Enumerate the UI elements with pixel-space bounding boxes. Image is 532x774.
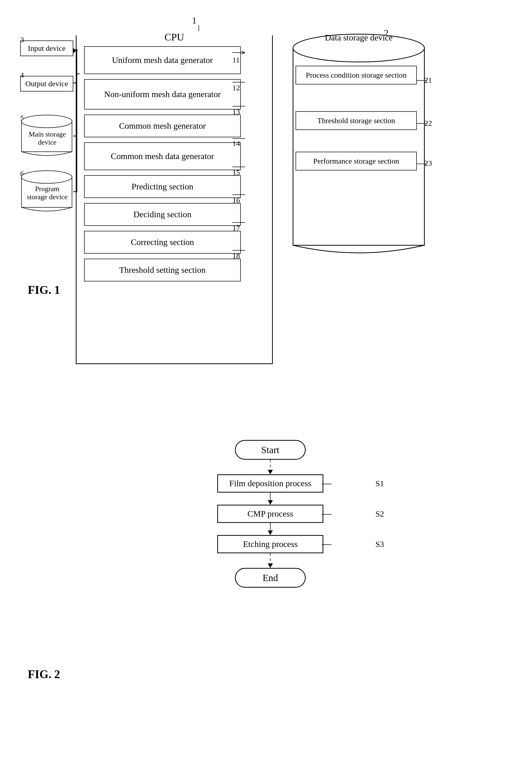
svg-text:Main storage: Main storage bbox=[29, 130, 66, 138]
step-s3-ref: S3 bbox=[375, 539, 384, 549]
arrow-s2-s3 bbox=[182, 523, 359, 535]
flowchart: Start Film deposition process S1 bbox=[182, 440, 359, 588]
cpu-item-2: Non-uniform mesh data generator bbox=[84, 79, 241, 109]
cpu-item-3: Common mesh generator bbox=[84, 114, 241, 137]
cpu-title: CPU bbox=[77, 31, 272, 43]
fig2-diagram: Start Film deposition process S1 bbox=[20, 435, 525, 759]
fig2-label: FIG. 2 bbox=[28, 668, 60, 681]
fig1-diagram: 1 CPU Uniform mesh data generator Non-un… bbox=[20, 15, 520, 415]
cpu-item-8: Threshold setting section bbox=[84, 259, 241, 282]
step-s3-row: Etching process S3 bbox=[182, 535, 359, 553]
ref-3: 3 bbox=[20, 35, 24, 44]
step-s1-row: Film deposition process S1 bbox=[182, 474, 359, 492]
step-s2-ref: S2 bbox=[375, 509, 384, 518]
program-storage-device: Program storage device bbox=[20, 167, 75, 218]
input-device: Input device bbox=[20, 40, 73, 56]
start-box: Start bbox=[235, 440, 306, 460]
output-device: Output device bbox=[20, 76, 73, 91]
svg-text:Program: Program bbox=[35, 185, 60, 193]
cpu-item-5: Predicting section bbox=[84, 175, 241, 198]
arrow-start-s1 bbox=[182, 460, 359, 474]
svg-point-19 bbox=[21, 115, 72, 128]
storage-section-3: Performance storage section bbox=[296, 152, 417, 170]
step-s1-ref: S1 bbox=[375, 479, 384, 488]
cpu-item-7: Correcting section bbox=[84, 231, 241, 254]
main-storage-device: Main storage device bbox=[20, 111, 75, 162]
svg-text:device: device bbox=[38, 138, 56, 146]
svg-text:Data storage device: Data storage device bbox=[325, 33, 393, 42]
cpu-item-4: Common mesh data generator bbox=[84, 142, 241, 170]
svg-point-23 bbox=[21, 171, 72, 183]
cpu-item-6: Deciding section bbox=[84, 203, 241, 226]
cpu-item-1: Uniform mesh data generator bbox=[84, 46, 241, 74]
end-box: End bbox=[235, 568, 306, 588]
step-s1: Film deposition process bbox=[217, 474, 323, 492]
ref-num-1: 1 bbox=[192, 15, 197, 26]
storage-section-1: Process condition storage section bbox=[296, 66, 417, 84]
start-node: Start bbox=[182, 440, 359, 460]
arrow-s3-end bbox=[182, 553, 359, 568]
ref-4: 4 bbox=[20, 71, 24, 79]
step-s2-row: CMP process S2 bbox=[182, 505, 359, 523]
step-s2: CMP process bbox=[217, 505, 323, 523]
step-s3: Etching process bbox=[217, 535, 323, 553]
storage-section-2: Threshold storage section bbox=[296, 111, 417, 130]
end-node: End bbox=[182, 568, 359, 588]
svg-text:storage device: storage device bbox=[27, 193, 68, 201]
fig1-label: FIG. 1 bbox=[28, 283, 60, 297]
arrow-s1-s2 bbox=[182, 492, 359, 505]
